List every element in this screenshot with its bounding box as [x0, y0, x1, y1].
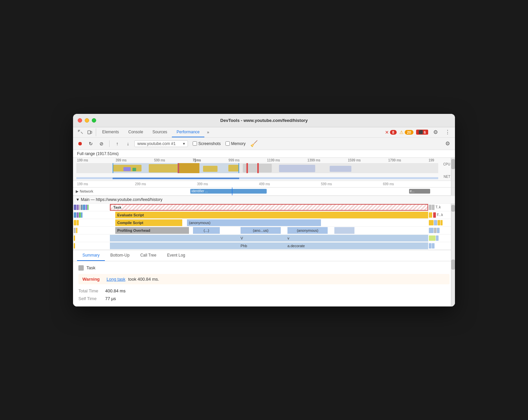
window-title: DevTools - www.youtube.com/feed/history: [220, 118, 308, 123]
screenshots-checkbox[interactable]: Screenshots: [193, 141, 221, 146]
total-time-row: Total Time 400.84 ms: [78, 287, 450, 295]
badge-area: ✕ 8 ⚠ 20 ⬛ 6 ⚙ ⋮: [385, 128, 453, 137]
warning-link[interactable]: Long task: [107, 277, 125, 282]
inspect-icon[interactable]: [76, 128, 85, 137]
timeline-area: Full range (1917.51ms) 199 ms 399 ms 599…: [73, 150, 455, 196]
svg-rect-3: [79, 131, 79, 132]
v-side-left: [73, 234, 110, 242]
v-main-bar[interactable]: V v: [110, 234, 428, 242]
svg-rect-22: [113, 163, 239, 173]
checkbox-group: Screenshots Memory 🧹: [193, 140, 258, 147]
svg-rect-24: [239, 163, 239, 173]
compile-main-bar[interactable]: Compile Script (anonymous): [110, 219, 428, 226]
flame-area: ▼ Main — https://www.youtube.com/feed/hi…: [73, 196, 455, 250]
upload-button[interactable]: ↑: [113, 139, 122, 148]
brush-icon[interactable]: 🧹: [250, 140, 258, 147]
perf-toolbar: ⏺ ↻ ⊘ ↑ ↓ www.youtube.com #1 ▾ Screensho…: [73, 138, 455, 150]
close-button[interactable]: [78, 118, 82, 123]
zoom-ruler: 199 ms 299 ms 399 ms 499 ms 599 ms 699 m…: [73, 181, 455, 188]
warning-label: Warning: [82, 277, 104, 282]
chevron-down-icon: ▾: [183, 141, 185, 146]
record-button[interactable]: ⏺: [76, 139, 84, 148]
profiling-side-left: [73, 227, 110, 234]
summary-task-header: Task: [78, 265, 450, 271]
zoom-tick-6: 699 ms: [383, 182, 394, 186]
self-time-row: Self Time 77 µs: [78, 295, 450, 302]
svg-rect-1: [78, 130, 78, 132]
tab-bottom-up[interactable]: Bottom-Up: [105, 250, 135, 261]
url-select[interactable]: www.youtube.com #1 ▾: [134, 140, 188, 147]
main-section-label: ▼ Main — https://www.youtube.com/feed/hi…: [73, 196, 455, 204]
title-bar: DevTools - www.youtube.com/feed/history: [73, 114, 455, 127]
network-row: ▶ Network identifier ... e...: [73, 188, 455, 196]
full-range-label: Full range (1917.51ms): [73, 150, 455, 157]
clear-button[interactable]: ⊘: [97, 139, 106, 148]
svg-rect-27: [113, 177, 239, 179]
phb-main-bar[interactable]: Phb a.decorate: [110, 242, 428, 250]
maximize-button[interactable]: [92, 118, 96, 123]
tab-more-icon[interactable]: »: [204, 128, 212, 137]
device-icon[interactable]: [85, 128, 94, 137]
reload-record-button[interactable]: ↻: [86, 139, 95, 148]
evaluate-side-left: [73, 211, 110, 219]
tab-sources[interactable]: Sources: [148, 127, 172, 137]
warning-text: took 400.84 ms.: [128, 277, 159, 282]
self-time-value: 77 µs: [105, 296, 116, 301]
summary-area: Task Warning Long task took 400.84 ms. T…: [73, 261, 455, 306]
phb-row: Phb a.decorate: [73, 242, 455, 250]
devtools-body: Elements Console Sources Performance » ✕…: [73, 127, 455, 306]
task-main-bar[interactable]: Task: [110, 204, 428, 211]
compile-side-left: [73, 219, 110, 226]
svg-rect-15: [279, 165, 315, 172]
tab-call-tree[interactable]: Call Tree: [135, 250, 162, 261]
minimize-button[interactable]: [85, 118, 89, 123]
warning-badge[interactable]: ⚠ 20: [399, 130, 413, 135]
warning-row: Warning Long task took 400.84 ms.: [78, 274, 450, 284]
more-options-icon[interactable]: ⋮: [443, 128, 452, 137]
evaluate-row: Evaluate Script F...k: [73, 211, 455, 219]
task-side-left: [73, 204, 110, 211]
evaluate-main-bar[interactable]: Evaluate Script: [110, 211, 428, 219]
network-label[interactable]: ▶ Network: [73, 189, 103, 194]
svg-rect-6: [90, 131, 92, 133]
evaluate-bar-label: Evaluate Script: [117, 213, 144, 217]
zoom-tick-4: 499 ms: [259, 182, 270, 186]
zoom-tick-5: 599 ms: [321, 182, 332, 186]
info-badge[interactable]: ⬛ 6: [416, 130, 428, 135]
compile-anon-label: (anonymous): [189, 221, 210, 225]
tab-summary[interactable]: Summary: [77, 250, 105, 261]
traffic-lights: [78, 118, 96, 123]
phb-side-left: [73, 242, 110, 250]
perf-settings-icon[interactable]: ⚙: [443, 139, 452, 148]
profiling-row: Profiling Overhead (...) (ano...us) (ano…: [73, 227, 455, 234]
svg-point-7: [89, 133, 89, 134]
svg-rect-23: [113, 163, 113, 173]
svg-rect-18: [247, 163, 248, 173]
task-row: Task T..k: [73, 204, 455, 211]
network-bar-identifier: identifier ...: [190, 189, 267, 194]
cpu-label: CPU: [443, 162, 450, 166]
tab-event-log[interactable]: Event Log: [162, 250, 191, 261]
tab-performance[interactable]: Performance: [172, 127, 204, 137]
error-badge[interactable]: ✕ 8: [385, 130, 397, 135]
svg-rect-4: [81, 132, 83, 134]
devtools-window: DevTools - www.youtube.com/feed/history: [73, 114, 455, 306]
tab-console[interactable]: Console: [124, 127, 148, 137]
svg-rect-16: [330, 166, 351, 172]
memory-checkbox[interactable]: Memory: [225, 141, 246, 146]
tab-elements[interactable]: Elements: [97, 127, 124, 137]
task-bar-label: Task: [113, 205, 122, 209]
zoom-tick-1: 199 ms: [77, 182, 88, 186]
zoom-tick-3: 399 ms: [197, 182, 208, 186]
compile-bar-label: Compile Script: [117, 221, 143, 225]
v-row: V v: [73, 234, 455, 242]
summary-task-label: Task: [86, 265, 95, 270]
profiling-main-bar[interactable]: Profiling Overhead (...) (ano...us) (ano…: [110, 227, 428, 234]
overview-chart[interactable]: 199 ms 399 ms 599 ms 7‖ms 999 ms 1199 ms…: [73, 157, 455, 181]
download-button[interactable]: ↓: [124, 139, 132, 148]
settings-icon[interactable]: ⚙: [431, 128, 440, 137]
svg-rect-19: [257, 163, 259, 173]
network-bar-area: identifier ... e...: [103, 188, 451, 195]
task-icon: [78, 265, 84, 271]
zoom-tick-2: 299 ms: [135, 182, 146, 186]
